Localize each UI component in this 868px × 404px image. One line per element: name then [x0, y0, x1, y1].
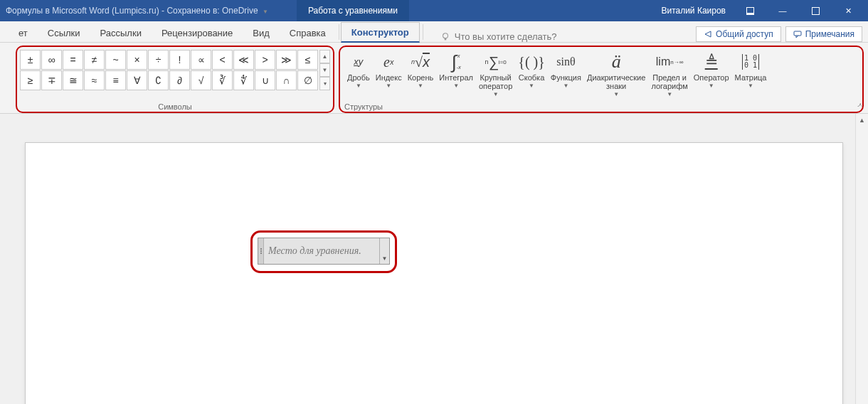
- structures-group: xy Дробь▼ ex Индекс▼ n√x Корень▼ ∫x-x Ин…: [339, 46, 864, 113]
- ribbon: ± ∞ = ≠ ~ × ÷ ! ∝ < ≪ > ≫ ≤ ≥ ∓ ≅ ≈ ≡ ∀: [0, 43, 868, 114]
- script-icon: ex: [383, 51, 393, 73]
- structures-group-label: Структуры: [344, 102, 383, 111]
- symbols-grid: ± ∞ = ≠ ~ × ÷ ! ∝ < ≪ > ≫ ≤ ≥ ∓ ≅ ≈ ≡ ∀: [20, 50, 318, 90]
- symbol-button[interactable]: ≡: [105, 70, 126, 90]
- bracket-icon: {( )}: [518, 51, 545, 73]
- symbol-button[interactable]: ≤: [297, 50, 318, 70]
- minimize-button[interactable]: —: [768, 0, 797, 21]
- symbol-button[interactable]: ~: [105, 50, 126, 70]
- operator-button[interactable]: ≜ Оператор▼: [691, 50, 732, 102]
- close-button[interactable]: ✕: [834, 0, 862, 21]
- maximize-button[interactable]: [801, 0, 830, 21]
- symbol-button[interactable]: ∅: [297, 70, 318, 90]
- lightbulb-icon: [440, 32, 450, 42]
- comment-icon: [793, 30, 802, 38]
- symbol-button[interactable]: √: [191, 70, 211, 90]
- tell-me-search[interactable]: Что вы хотите сделать?: [440, 31, 557, 42]
- fraction-icon: xy: [354, 51, 363, 73]
- tab-partial[interactable]: ет: [9, 23, 38, 42]
- svg-point-0: [443, 33, 448, 38]
- save-location-dropdown[interactable]: ▼: [263, 9, 268, 15]
- symbol-button[interactable]: ∁: [148, 70, 169, 90]
- script-button[interactable]: ex Индекс▼: [373, 50, 405, 102]
- symbol-button[interactable]: <: [212, 50, 233, 70]
- page[interactable]: [25, 142, 843, 404]
- equation-move-handle[interactable]: [258, 238, 264, 264]
- ribbon-tabs: ет Ссылки Рассылки Рецензирование Вид Сп…: [0, 21, 868, 43]
- fraction-button[interactable]: xy Дробь▼: [344, 50, 373, 102]
- symbol-button[interactable]: ∜: [233, 70, 254, 90]
- symbol-button[interactable]: ∂: [169, 70, 190, 90]
- svg-rect-2: [794, 31, 801, 36]
- radical-button[interactable]: n√x Корень▼: [405, 50, 437, 102]
- symbol-button[interactable]: ×: [127, 50, 147, 70]
- symbol-button[interactable]: ∀: [127, 70, 147, 90]
- equation-options-dropdown[interactable]: ▼: [379, 238, 389, 264]
- symbol-button[interactable]: ∞: [41, 50, 62, 70]
- equation-placeholder[interactable]: Место для уравнения. ▼: [258, 238, 390, 265]
- symbol-button[interactable]: ±: [20, 50, 41, 70]
- function-button[interactable]: sinθ Функция▼: [548, 50, 584, 102]
- function-icon: sinθ: [556, 51, 575, 73]
- symbols-group: ± ∞ = ≠ ~ × ÷ ! ∝ < ≪ > ≫ ≤ ≥ ∓ ≅ ≈ ≡ ∀: [16, 46, 334, 113]
- integral-icon: ∫x-x: [451, 51, 460, 73]
- matrix-icon: 1 00 1: [742, 51, 759, 73]
- symbol-button[interactable]: ∪: [255, 70, 275, 90]
- share-button[interactable]: Общий доступ: [696, 26, 781, 42]
- document-area: [0, 114, 868, 404]
- title-bar: Формулы в Microsoft Word (Lumpics.ru) - …: [0, 0, 868, 21]
- tab-mailings[interactable]: Рассылки: [90, 23, 152, 42]
- symbols-scroll-down[interactable]: ▼: [319, 63, 330, 77]
- matrix-button[interactable]: 1 00 1 Матрица▼: [732, 50, 770, 102]
- symbol-button[interactable]: ∝: [191, 50, 211, 70]
- symbol-button[interactable]: ∛: [212, 70, 233, 90]
- symbol-button[interactable]: ÷: [148, 50, 169, 70]
- share-icon: [704, 30, 712, 38]
- symbol-button[interactable]: ≅: [63, 70, 83, 90]
- symbols-expand[interactable]: ▾: [319, 77, 330, 90]
- tab-references[interactable]: Ссылки: [38, 23, 90, 42]
- accent-button[interactable]: ä Диакритические знаки▼: [584, 50, 648, 102]
- svg-rect-1: [444, 38, 446, 40]
- vertical-scrollbar[interactable]: ▲: [855, 114, 868, 404]
- collapse-ribbon[interactable]: ㅅ: [857, 100, 864, 110]
- limit-icon: limn→∞: [656, 51, 684, 73]
- scroll-up[interactable]: ▲: [856, 114, 868, 127]
- integral-button[interactable]: ∫x-x Интеграл▼: [436, 50, 476, 102]
- symbol-button[interactable]: !: [169, 50, 190, 70]
- symbol-button[interactable]: ≈: [84, 70, 105, 90]
- equation-text[interactable]: Место для уравнения.: [264, 245, 379, 257]
- tab-review[interactable]: Рецензирование: [152, 23, 243, 42]
- bracket-button[interactable]: {( )} Скобка▼: [515, 50, 548, 102]
- symbol-button[interactable]: ≪: [233, 50, 254, 70]
- symbol-button[interactable]: >: [255, 50, 275, 70]
- symbol-button[interactable]: ∩: [276, 70, 297, 90]
- large-operator-button[interactable]: n∑i=0 Крупный оператор▼: [476, 50, 515, 102]
- accent-icon: ä: [612, 51, 621, 73]
- tab-design[interactable]: Конструктор: [341, 22, 420, 43]
- account-name[interactable]: Виталий Каиров: [661, 6, 726, 16]
- operator-icon: ≜: [705, 51, 718, 73]
- tab-help[interactable]: Справка: [280, 23, 336, 42]
- tab-divider: [423, 24, 423, 40]
- symbols-scroll-up[interactable]: ▲: [319, 50, 330, 63]
- symbol-button[interactable]: ∓: [41, 70, 62, 90]
- ribbon-display-options[interactable]: [736, 0, 764, 21]
- radical-icon: n√x: [411, 51, 430, 73]
- symbol-button[interactable]: ≠: [84, 50, 105, 70]
- limit-log-button[interactable]: limn→∞ Предел и логарифм▼: [648, 50, 690, 102]
- tab-divider: [339, 24, 339, 40]
- document-title: Формулы в Microsoft Word (Lumpics.ru) - …: [6, 6, 268, 16]
- symbols-group-label: Символы: [158, 102, 192, 111]
- symbol-button[interactable]: ≥: [20, 70, 41, 90]
- comments-button[interactable]: Примечания: [785, 26, 862, 42]
- contextual-tab-title: Работа с уравнениями: [297, 0, 409, 21]
- symbols-scrollbar: ▲ ▼ ▾: [319, 50, 330, 90]
- symbol-button[interactable]: ≫: [276, 50, 297, 70]
- sigma-icon: n∑i=0: [485, 51, 507, 73]
- symbol-button[interactable]: =: [63, 50, 83, 70]
- tab-view[interactable]: Вид: [243, 23, 280, 42]
